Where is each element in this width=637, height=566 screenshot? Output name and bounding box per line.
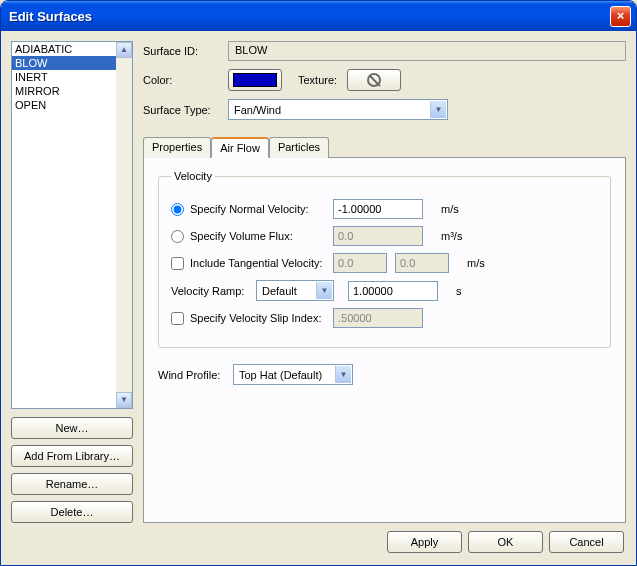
- tab-particles[interactable]: Particles: [269, 137, 329, 158]
- scroll-down-icon[interactable]: ▼: [116, 392, 132, 408]
- close-button[interactable]: ×: [610, 6, 631, 27]
- tangential-unit: m/s: [467, 257, 485, 269]
- velocity-ramp-label: Velocity Ramp:: [171, 285, 256, 297]
- tangential-v-input: [395, 253, 449, 273]
- list-item[interactable]: BLOW: [12, 56, 116, 70]
- surface-id-label: Surface ID:: [143, 45, 228, 57]
- surface-id-field[interactable]: BLOW: [228, 41, 626, 61]
- velocity-legend: Velocity: [171, 170, 215, 182]
- volume-flux-unit: m³/s: [441, 230, 462, 242]
- list-item[interactable]: ADIABATIC: [12, 42, 116, 56]
- cancel-button[interactable]: Cancel: [549, 531, 624, 553]
- velocity-group: Velocity Specify Normal Velocity: m/s: [158, 170, 611, 348]
- color-label: Color:: [143, 74, 228, 86]
- footer-buttons: Apply OK Cancel: [11, 523, 626, 555]
- left-column: ADIABATICBLOWINERTMIRROROPEN ▲ ▼ New… Ad…: [11, 41, 133, 523]
- texture-label: Texture:: [298, 74, 337, 86]
- normal-velocity-unit: m/s: [441, 203, 459, 215]
- slip-index-label: Specify Velocity Slip Index:: [190, 312, 321, 324]
- rename-button[interactable]: Rename…: [11, 473, 133, 495]
- velocity-ramp-unit: s: [456, 285, 462, 297]
- add-from-library-button[interactable]: Add From Library…: [11, 445, 133, 467]
- list-item[interactable]: MIRROR: [12, 84, 116, 98]
- right-column: Surface ID: BLOW Color: Texture: Surface…: [143, 41, 626, 523]
- slip-index-checkbox[interactable]: [171, 312, 184, 325]
- texture-button[interactable]: [347, 69, 401, 91]
- tab-air-flow[interactable]: Air Flow: [211, 137, 269, 158]
- velocity-ramp-input[interactable]: [348, 281, 438, 301]
- surface-type-label: Surface Type:: [143, 104, 228, 116]
- ok-button[interactable]: OK: [468, 531, 543, 553]
- new-button[interactable]: New…: [11, 417, 133, 439]
- velocity-ramp-select[interactable]: Default ▼: [256, 280, 334, 301]
- close-icon: ×: [617, 8, 625, 23]
- tab-strip: PropertiesAir FlowParticles: [143, 136, 626, 157]
- tab-properties[interactable]: Properties: [143, 137, 211, 158]
- delete-button[interactable]: Delete…: [11, 501, 133, 523]
- normal-velocity-radio[interactable]: [171, 203, 184, 216]
- slip-index-input: [333, 308, 423, 328]
- apply-button[interactable]: Apply: [387, 531, 462, 553]
- airflow-tab-page: Velocity Specify Normal Velocity: m/s: [143, 157, 626, 523]
- volume-flux-input: [333, 226, 423, 246]
- surface-type-select[interactable]: Fan/Wind ▼: [228, 99, 448, 120]
- surface-type-value: Fan/Wind: [234, 104, 281, 116]
- top-area: ADIABATICBLOWINERTMIRROROPEN ▲ ▼ New… Ad…: [11, 41, 626, 523]
- tangential-checkbox[interactable]: [171, 257, 184, 270]
- window-title: Edit Surfaces: [9, 9, 610, 24]
- wind-profile-value: Top Hat (Default): [239, 369, 322, 381]
- tangential-label: Include Tangential Velocity:: [190, 257, 323, 269]
- volume-flux-label: Specify Volume Flux:: [190, 230, 293, 242]
- color-button[interactable]: [228, 69, 282, 91]
- list-item[interactable]: INERT: [12, 70, 116, 84]
- surface-listbox[interactable]: ADIABATICBLOWINERTMIRROROPEN ▲ ▼: [11, 41, 133, 409]
- wind-profile-label: Wind Profile:: [158, 369, 233, 381]
- edit-surfaces-window: Edit Surfaces × ADIABATICBLOWINERTMIRROR…: [0, 0, 637, 566]
- normal-velocity-label: Specify Normal Velocity:: [190, 203, 309, 215]
- client-area: ADIABATICBLOWINERTMIRROROPEN ▲ ▼ New… Ad…: [1, 31, 636, 565]
- chevron-down-icon: ▼: [316, 282, 332, 299]
- no-texture-icon: [367, 73, 381, 87]
- color-swatch-icon: [233, 73, 277, 87]
- velocity-ramp-value: Default: [262, 285, 297, 297]
- tangential-u-input: [333, 253, 387, 273]
- titlebar[interactable]: Edit Surfaces ×: [1, 1, 636, 31]
- wind-profile-select[interactable]: Top Hat (Default) ▼: [233, 364, 353, 385]
- scrollbar[interactable]: ▲ ▼: [116, 42, 132, 408]
- list-item[interactable]: OPEN: [12, 98, 116, 112]
- scroll-up-icon[interactable]: ▲: [116, 42, 132, 58]
- volume-flux-radio[interactable]: [171, 230, 184, 243]
- chevron-down-icon: ▼: [430, 101, 446, 118]
- normal-velocity-input[interactable]: [333, 199, 423, 219]
- chevron-down-icon: ▼: [335, 366, 351, 383]
